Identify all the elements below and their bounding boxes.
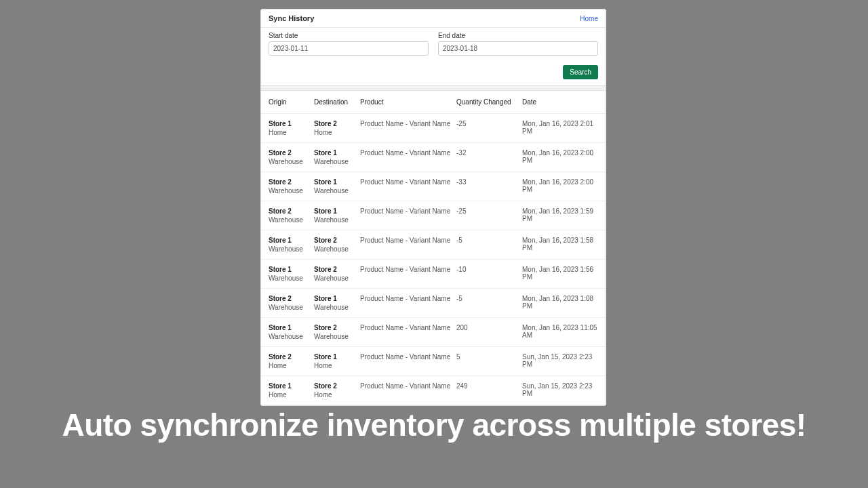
cell-origin: Store 1Home	[269, 120, 314, 136]
origin-store: Store 2	[269, 149, 314, 157]
origin-store: Store 1	[269, 266, 314, 273]
table-row: Store 2WarehouseStore 1WarehouseProduct …	[261, 143, 606, 172]
end-date-label: End date	[438, 32, 598, 39]
col-header-quantity: Quantity Changed	[456, 98, 522, 106]
destination-store: Store 2	[314, 382, 360, 390]
destination-location: Warehouse	[314, 333, 360, 340]
destination-location: Home	[314, 391, 360, 399]
cell-product: Product Name - Variant Name	[360, 207, 456, 224]
cell-product: Product Name - Variant Name	[360, 295, 456, 311]
destination-location: Warehouse	[314, 187, 360, 195]
cell-date: Mon, Jan 16, 2023 1:08 PM	[522, 295, 598, 311]
destination-store: Store 1	[314, 207, 360, 215]
col-header-product: Product	[360, 98, 456, 106]
destination-location: Warehouse	[314, 304, 360, 311]
cell-date: Mon, Jan 16, 2023 1:56 PM	[522, 266, 598, 282]
panel-title: Sync History	[269, 14, 314, 22]
start-date-label: Start date	[269, 32, 429, 39]
cell-origin: Store 1Home	[269, 382, 314, 399]
cell-date: Sun, Jan 15, 2023 2:23 PM	[522, 353, 598, 369]
cell-quantity: 5	[456, 353, 522, 369]
cell-product: Product Name - Variant Name	[360, 237, 456, 253]
section-divider	[261, 86, 606, 91]
cell-origin: Store 2Warehouse	[269, 207, 314, 224]
col-header-origin: Origin	[269, 98, 314, 106]
table-row: Store 2WarehouseStore 1WarehouseProduct …	[261, 201, 606, 230]
table-row: Store 2WarehouseStore 1WarehouseProduct …	[261, 289, 606, 318]
cell-product: Product Name - Variant Name	[360, 120, 456, 136]
cell-origin: Store 2Home	[269, 353, 314, 369]
table-body: Store 1HomeStore 2HomeProduct Name - Var…	[261, 114, 606, 405]
destination-store: Store 2	[314, 237, 360, 244]
cell-quantity: -10	[456, 266, 522, 282]
cell-quantity: 249	[456, 382, 522, 399]
cell-product: Product Name - Variant Name	[360, 324, 456, 340]
origin-store: Store 2	[269, 295, 314, 302]
table-row: Store 1WarehouseStore 2WarehouseProduct …	[261, 318, 606, 347]
cell-origin: Store 2Warehouse	[269, 295, 314, 311]
search-button[interactable]: Search	[563, 65, 598, 79]
origin-location: Home	[269, 129, 314, 136]
cell-destination: Store 2Home	[314, 120, 360, 136]
cell-date: Mon, Jan 16, 2023 2:00 PM	[522, 178, 598, 195]
cell-origin: Store 1Warehouse	[269, 266, 314, 282]
cell-quantity: -5	[456, 237, 522, 253]
origin-store: Store 2	[269, 207, 314, 215]
cell-quantity: -5	[456, 295, 522, 311]
origin-location: Warehouse	[269, 274, 314, 282]
origin-location: Warehouse	[269, 216, 314, 224]
cell-quantity: -33	[456, 178, 522, 195]
filter-row: Start date End date	[261, 28, 606, 56]
origin-store: Store 1	[269, 237, 314, 244]
home-link[interactable]: Home	[580, 15, 598, 22]
col-header-date: Date	[522, 98, 598, 106]
end-date-group: End date	[438, 32, 598, 56]
cell-date: Mon, Jan 16, 2023 11:05 AM	[522, 324, 598, 340]
cell-date: Mon, Jan 16, 2023 1:59 PM	[522, 207, 598, 224]
destination-store: Store 1	[314, 295, 360, 302]
cell-origin: Store 1Warehouse	[269, 237, 314, 253]
cell-origin: Store 2Warehouse	[269, 149, 314, 165]
origin-store: Store 1	[269, 324, 314, 331]
cell-date: Sun, Jan 15, 2023 2:23 PM	[522, 382, 598, 399]
start-date-input[interactable]	[269, 41, 429, 56]
origin-store: Store 2	[269, 178, 314, 186]
origin-location: Warehouse	[269, 333, 314, 340]
origin-store: Store 1	[269, 382, 314, 390]
end-date-input[interactable]	[438, 41, 598, 56]
origin-location: Warehouse	[269, 187, 314, 195]
destination-store: Store 2	[314, 324, 360, 331]
destination-store: Store 2	[314, 266, 360, 273]
cell-origin: Store 2Warehouse	[269, 178, 314, 195]
table-row: Store 1WarehouseStore 2WarehouseProduct …	[261, 230, 606, 260]
table-row: Store 2WarehouseStore 1WarehouseProduct …	[261, 172, 606, 201]
destination-store: Store 1	[314, 178, 360, 186]
cell-destination: Store 1Warehouse	[314, 295, 360, 311]
cell-destination: Store 2Home	[314, 382, 360, 399]
origin-location: Home	[269, 391, 314, 399]
cell-destination: Store 1Warehouse	[314, 207, 360, 224]
cell-quantity: -25	[456, 120, 522, 136]
cell-date: Mon, Jan 16, 2023 2:00 PM	[522, 149, 598, 165]
cell-date: Mon, Jan 16, 2023 2:01 PM	[522, 120, 598, 136]
destination-location: Warehouse	[314, 216, 360, 224]
cell-date: Mon, Jan 16, 2023 1:58 PM	[522, 237, 598, 253]
origin-store: Store 1	[269, 120, 314, 127]
origin-location: Home	[269, 362, 314, 369]
destination-store: Store 2	[314, 120, 360, 127]
cell-destination: Store 2Warehouse	[314, 237, 360, 253]
cell-product: Product Name - Variant Name	[360, 353, 456, 369]
destination-location: Warehouse	[314, 274, 360, 282]
cell-destination: Store 1Warehouse	[314, 149, 360, 165]
cell-destination: Store 2Warehouse	[314, 266, 360, 282]
cell-product: Product Name - Variant Name	[360, 178, 456, 195]
table-row: Store 1HomeStore 2HomeProduct Name - Var…	[261, 114, 606, 143]
destination-store: Store 1	[314, 353, 360, 361]
start-date-group: Start date	[269, 32, 429, 56]
destination-store: Store 1	[314, 149, 360, 157]
cell-quantity: -32	[456, 149, 522, 165]
destination-location: Warehouse	[314, 245, 360, 253]
cell-quantity: -25	[456, 207, 522, 224]
origin-store: Store 2	[269, 353, 314, 361]
table-row: Store 2HomeStore 1HomeProduct Name - Var…	[261, 347, 606, 376]
